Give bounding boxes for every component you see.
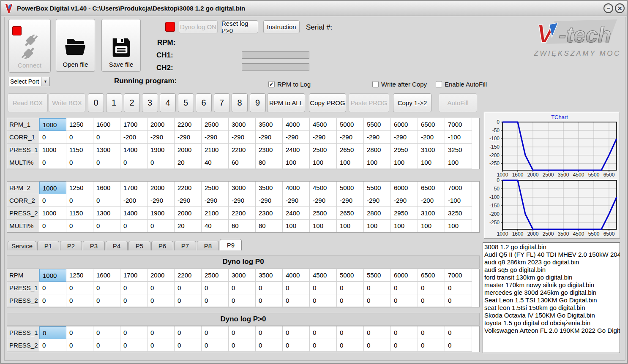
table-cell[interactable]: 2400: [283, 144, 310, 156]
table-cell[interactable]: 1000: [39, 207, 66, 220]
table-cell[interactable]: 3250: [445, 144, 472, 156]
table-cell[interactable]: -290: [147, 131, 175, 144]
table-cell[interactable]: 0: [66, 220, 93, 232]
tab-p6[interactable]: P6: [151, 241, 173, 250]
tab-p3[interactable]: P3: [83, 241, 105, 250]
list-item[interactable]: audi q8 286km 2023 go digital.bin: [484, 258, 620, 266]
table-cell[interactable]: -200: [418, 131, 445, 144]
paste-prog-button[interactable]: Paste PROG: [349, 93, 389, 112]
table-cell[interactable]: 2100: [202, 144, 229, 156]
program-7-button[interactable]: 7: [214, 93, 230, 112]
table-cell[interactable]: 0: [202, 326, 229, 339]
table-cell[interactable]: 100: [391, 220, 418, 232]
table-cell[interactable]: 100: [445, 220, 472, 232]
table-cell[interactable]: 0: [364, 294, 391, 307]
table-cell[interactable]: 0: [120, 156, 147, 169]
table-cell[interactable]: 2500: [202, 182, 229, 194]
table-cell[interactable]: 2500: [310, 144, 337, 156]
table-cell[interactable]: 0: [120, 282, 147, 294]
table-cell[interactable]: 4000: [283, 182, 310, 194]
table-cell[interactable]: -100: [445, 131, 472, 144]
rpm-to-all-button[interactable]: RPM to ALL: [267, 93, 305, 112]
table-cell[interactable]: 2000: [175, 144, 202, 156]
table-cell[interactable]: 1600: [93, 118, 120, 131]
rpm-to-log-checkbox[interactable]: ✓ RPM to Log: [268, 81, 311, 88]
table-cell[interactable]: 0: [202, 339, 229, 352]
table-cell[interactable]: 2200: [175, 182, 202, 194]
table-cell[interactable]: 7000: [445, 269, 472, 282]
table-cell[interactable]: 0: [120, 294, 147, 307]
table-cell[interactable]: 0: [39, 326, 66, 339]
table-cell[interactable]: 0: [391, 282, 418, 294]
save-file-button[interactable]: Save file: [101, 19, 141, 72]
table-cell[interactable]: 0: [147, 294, 175, 307]
table-cell[interactable]: 2500: [202, 118, 229, 131]
table-cell[interactable]: 0: [445, 282, 472, 294]
table-cell[interactable]: 5000: [337, 269, 364, 282]
table-cell[interactable]: 0: [391, 294, 418, 307]
table-cell[interactable]: 0: [364, 282, 391, 294]
close-button[interactable]: ✕: [615, 3, 625, 13]
table-cell[interactable]: 0: [364, 339, 391, 352]
table-cell[interactable]: 1700: [120, 118, 147, 131]
table-cell[interactable]: 6000: [391, 269, 418, 282]
table-cell[interactable]: 2400: [283, 207, 310, 220]
table-cell[interactable]: 0: [66, 131, 93, 144]
list-item[interactable]: seat leon 1.5tsi 150km go digital.bin: [484, 304, 620, 312]
table-cell[interactable]: 0: [229, 339, 256, 352]
table-cell[interactable]: -290: [337, 194, 364, 207]
table-cell[interactable]: 100: [418, 220, 445, 232]
table-cell[interactable]: 0: [39, 282, 66, 294]
table-cell[interactable]: 0: [66, 194, 93, 207]
table-cell[interactable]: 2200: [175, 118, 202, 131]
program-6-button[interactable]: 6: [196, 93, 212, 112]
table-cell[interactable]: 0: [256, 326, 283, 339]
table-cell[interactable]: 0: [337, 326, 364, 339]
copy-1-to-2-button[interactable]: Copy 1->2: [393, 93, 431, 112]
table-cell[interactable]: 2000: [147, 269, 175, 282]
table-cell[interactable]: -290: [283, 131, 310, 144]
select-port-combobox[interactable]: Select Port ▼: [8, 77, 50, 86]
table-cell[interactable]: -290: [391, 194, 418, 207]
tab-p5[interactable]: P5: [128, 241, 150, 250]
program-1-button[interactable]: 1: [106, 93, 122, 112]
table-cell[interactable]: 1000: [39, 182, 66, 194]
dyno-log-on-button[interactable]: Dyno log ON: [179, 20, 218, 33]
table-cell[interactable]: 2300: [256, 144, 283, 156]
table-cell[interactable]: 0: [120, 220, 147, 232]
table-cell[interactable]: 5500: [364, 269, 391, 282]
autofill-button[interactable]: AutoFill: [439, 93, 477, 112]
table-cell[interactable]: 100: [310, 220, 337, 232]
table-cell[interactable]: 0: [93, 282, 120, 294]
table-cell[interactable]: 5000: [337, 118, 364, 131]
table-cell[interactable]: 2950: [391, 144, 418, 156]
table-cell[interactable]: -290: [175, 194, 202, 207]
list-item[interactable]: audi sq5 go digital.bin: [484, 266, 620, 274]
table-cell[interactable]: 2000: [175, 207, 202, 220]
table-cell[interactable]: 0: [93, 339, 120, 352]
table-cell[interactable]: -290: [364, 131, 391, 144]
table-cell[interactable]: 1250: [66, 118, 93, 131]
table-cell[interactable]: -290: [310, 131, 337, 144]
table-cell[interactable]: 0: [283, 326, 310, 339]
list-item[interactable]: Volkswagen Arteon FL 2.0 190KM 2022 Go D…: [484, 327, 620, 334]
table-cell[interactable]: 0: [66, 282, 93, 294]
table-cell[interactable]: 1900: [147, 207, 175, 220]
table-cell[interactable]: -290: [229, 131, 256, 144]
copy-prog-button[interactable]: Copy PROG: [309, 93, 346, 112]
table-cell[interactable]: 0: [147, 339, 175, 352]
table-cell[interactable]: 1300: [93, 144, 120, 156]
table-cell[interactable]: 60: [229, 220, 256, 232]
list-item[interactable]: toyota 1.5 go digital od obciążenia.bin: [484, 319, 620, 327]
table-cell[interactable]: 80: [256, 220, 283, 232]
table-cell[interactable]: 0: [418, 339, 445, 352]
table-cell[interactable]: 1700: [120, 182, 147, 194]
instruction-button[interactable]: Instruction: [263, 20, 300, 33]
table-cell[interactable]: 0: [93, 294, 120, 307]
table-cell[interactable]: 1900: [147, 144, 175, 156]
table-cell[interactable]: 2200: [175, 269, 202, 282]
table-cell[interactable]: 3250: [445, 207, 472, 220]
table-cell[interactable]: 20: [175, 156, 202, 169]
table-cell[interactable]: 1150: [66, 207, 93, 220]
table-cell[interactable]: 4500: [310, 118, 337, 131]
